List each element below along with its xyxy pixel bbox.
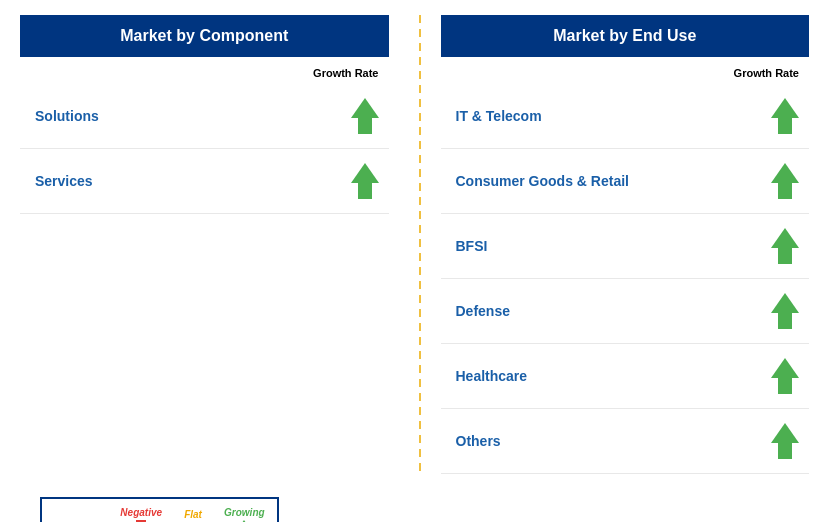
consumer-goods-label: Consumer Goods & Retail [456, 173, 629, 189]
healthcare-row: Healthcare [441, 344, 810, 409]
left-growth-rate-label: Growth Rate [20, 67, 389, 79]
defense-growth-arrow-up-icon [771, 293, 799, 329]
growing-label: Growing [224, 507, 265, 518]
negative-label: Negative [120, 507, 162, 518]
it-telecom-growth-arrow-up-icon [771, 98, 799, 134]
others-label: Others [456, 433, 501, 449]
services-label: Services [35, 173, 93, 189]
it-telecom-row: IT & Telecom [441, 84, 810, 149]
solutions-label: Solutions [35, 108, 99, 124]
healthcare-growth-arrow-up-icon [771, 358, 799, 394]
consumer-goods-growth-arrow-up-icon [771, 163, 799, 199]
bfsi-growth-arrow-up-icon [771, 228, 799, 264]
right-panel-title: Market by End Use [441, 15, 810, 57]
bfsi-row: BFSI [441, 214, 810, 279]
right-growth-rate-label: Growth Rate [441, 67, 810, 79]
panel-divider [419, 15, 421, 474]
legend-growing: Growing >3% [224, 507, 265, 522]
legend-box: CAGR (2024-30): Negative <0% Flat 0%-3% … [40, 497, 279, 522]
solutions-row: Solutions [20, 84, 389, 149]
legend-negative: Negative <0% [120, 507, 162, 522]
services-row: Services [20, 149, 389, 214]
right-panel: Market by End Use Growth Rate IT & Telec… [431, 15, 810, 474]
defense-row: Defense [441, 279, 810, 344]
left-panel-title: Market by Component [20, 15, 389, 57]
solutions-growth-arrow-up-icon [351, 98, 379, 134]
defense-label: Defense [456, 303, 510, 319]
left-panel: Market by Component Growth Rate Solution… [20, 15, 409, 474]
legend-flat: Flat 0%-3% [177, 509, 209, 522]
bottom-section: CAGR (2024-30): Negative <0% Flat 0%-3% … [0, 484, 829, 522]
healthcare-label: Healthcare [456, 368, 528, 384]
others-row: Others [441, 409, 810, 474]
bfsi-label: BFSI [456, 238, 488, 254]
consumer-goods-row: Consumer Goods & Retail [441, 149, 810, 214]
it-telecom-label: IT & Telecom [456, 108, 542, 124]
services-growth-arrow-up-icon [351, 163, 379, 199]
others-growth-arrow-up-icon [771, 423, 799, 459]
flat-label: Flat [184, 509, 202, 520]
